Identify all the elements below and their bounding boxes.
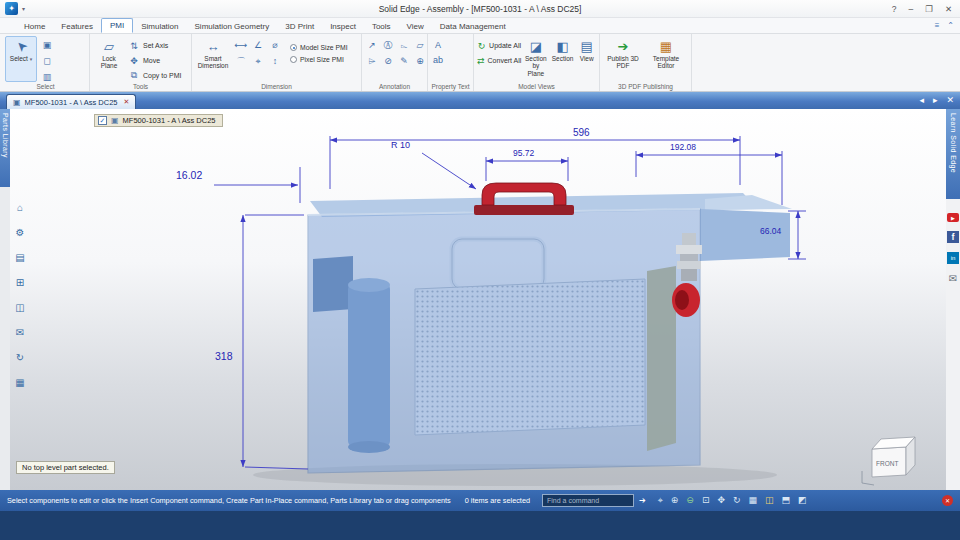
datum-icon[interactable]: ✎	[397, 55, 411, 68]
app-logo-icon[interactable]: ✦	[5, 2, 18, 15]
balloon-icon[interactable]: Ⓐ	[381, 39, 395, 52]
pathfinder-checkbox[interactable]: ✓	[98, 116, 107, 125]
view-button[interactable]: ▤ View	[577, 36, 596, 82]
edgebar-icon-3[interactable]: ▤	[12, 251, 28, 265]
find-go-icon[interactable]: ➔	[639, 496, 646, 505]
coordinate-dimension-icon[interactable]: ⌖	[251, 55, 265, 68]
pixel-size-pmi-radio[interactable]: Pixel Size PMI	[290, 56, 348, 63]
edgebar-icon-5[interactable]: ◫	[12, 301, 28, 315]
zoom-out-icon[interactable]: ⊖	[686, 495, 694, 506]
close-document-icon[interactable]: ✕	[946, 95, 954, 105]
select-visible-icon[interactable]: ◻	[40, 55, 54, 68]
copy-to-pmi-button[interactable]: ⧉ Copy to PMI	[128, 69, 182, 82]
section-by-plane-button[interactable]: ◪ Section by Plane	[524, 36, 548, 82]
distance-between-icon[interactable]: ⟷	[234, 39, 248, 52]
pixel-size-pmi-radio-circle[interactable]	[290, 56, 297, 63]
text-profile-icon[interactable]: ab	[431, 54, 445, 67]
collapse-ribbon-icon[interactable]: ⌃	[947, 21, 954, 30]
alerts-icon[interactable]: ✕	[942, 495, 953, 506]
dimension-right-height[interactable]: 66.04	[760, 226, 782, 236]
shaded-view-icon[interactable]: ▦	[749, 495, 758, 506]
tab-simulation-geometry[interactable]: Simulation Geometry	[187, 20, 278, 33]
quick-access-caret-icon[interactable]: ▾	[22, 5, 25, 12]
dimension-right-width[interactable]: 192.08	[670, 142, 696, 152]
previous-document-icon[interactable]: ◂	[919, 95, 924, 105]
update-all-button[interactable]: ↻ Update All	[477, 39, 521, 52]
publish-3d-pdf-button[interactable]: ➔ Publish 3D PDF	[603, 36, 643, 82]
tab-data-management[interactable]: Data Management	[432, 20, 514, 33]
dimension-radius[interactable]: R 10	[391, 140, 410, 150]
feature-control-frame-icon[interactable]: ⊘	[381, 55, 395, 68]
select-options-icon[interactable]: ▣	[40, 39, 54, 52]
minimize-button[interactable]: –	[909, 4, 914, 14]
window-split-icon[interactable]: ⬒	[782, 495, 791, 506]
linkedin-icon[interactable]: in	[947, 252, 959, 264]
color-options-icon[interactable]: ◩	[798, 495, 807, 506]
symmetric-diameter-icon[interactable]: ↕	[268, 55, 282, 68]
move-button[interactable]: ✥ Move	[128, 54, 182, 67]
arc-dimension-icon[interactable]: ⌒	[234, 55, 248, 68]
tab-simulation[interactable]: Simulation	[133, 20, 186, 33]
edgebar-icon-1[interactable]: ⌂	[12, 201, 28, 215]
document-tab-close-icon[interactable]: ✕	[124, 98, 130, 106]
next-document-icon[interactable]: ▸	[933, 95, 938, 105]
view-styles-icon[interactable]: ◫	[765, 495, 774, 506]
rotate-view-icon[interactable]: ↻	[733, 495, 741, 506]
document-tab[interactable]: ▣ MF500-1031 - A \ Ass DC25 ✕	[6, 94, 136, 109]
close-button[interactable]: ✕	[945, 4, 952, 14]
tab-tools[interactable]: Tools	[364, 20, 399, 33]
edgebar-icon-2[interactable]: ⚙	[12, 226, 28, 240]
zoom-area-icon[interactable]: ⊡	[702, 495, 710, 506]
dimension-height[interactable]: 318	[215, 350, 233, 362]
angle-between-icon[interactable]: ∠	[251, 39, 265, 52]
edgebar-icon-6[interactable]: ✉	[12, 326, 28, 340]
maximize-button[interactable]: ❐	[925, 4, 933, 14]
leader-icon[interactable]: ↗	[365, 39, 379, 52]
dimension-top-left[interactable]: 16.02	[176, 169, 202, 181]
lock-plane-button[interactable]: ▱ Lock Plane	[93, 36, 125, 82]
zoom-in-icon[interactable]: ⊕	[671, 495, 679, 506]
3d-model-canvas[interactable]: 596 R 10 95.72 192.08 16.02 66.04 318 FR…	[10, 109, 946, 490]
section-button[interactable]: ◧ Section	[551, 36, 575, 82]
tab-inspect[interactable]: Inspect	[322, 20, 364, 33]
tab-view[interactable]: View	[399, 20, 432, 33]
diameter-icon[interactable]: ⌀	[268, 39, 282, 52]
tab-home[interactable]: Home	[16, 20, 53, 33]
tab-features[interactable]: Features	[53, 20, 101, 33]
model-size-pmi-radio[interactable]: Model Size PMI	[290, 44, 348, 51]
facebook-icon[interactable]: f	[947, 231, 959, 243]
model-size-pmi-radio-circle[interactable]	[290, 44, 297, 51]
zoom-select-icon[interactable]: ⌖	[658, 495, 663, 506]
graphics-viewport[interactable]: 596 R 10 95.72 192.08 16.02 66.04 318 FR…	[10, 109, 946, 490]
weld-symbol-icon[interactable]: ▱	[413, 39, 427, 52]
edgebar-icon-8[interactable]: ▦	[12, 376, 28, 390]
set-axis-button[interactable]: ⇅ Set Axis	[128, 39, 182, 52]
edgebar-icon-7[interactable]: ↻	[12, 351, 28, 365]
tank-front-wall[interactable]	[308, 209, 700, 473]
parts-library-tab[interactable]: Parts Library	[0, 109, 10, 187]
template-editor-button[interactable]: ▦ Template Editor	[646, 36, 686, 82]
view-cube-front-label[interactable]: FRONT	[876, 460, 898, 467]
ribbon-display-options-icon[interactable]: ≡	[935, 21, 940, 30]
pan-icon[interactable]: ✥	[717, 495, 725, 506]
smart-dimension-button[interactable]: ↔ Smart Dimension	[195, 36, 231, 82]
email-icon[interactable]: ✉	[949, 273, 957, 284]
dimension-width[interactable]: 596	[573, 127, 590, 138]
tab-pmi[interactable]: PMI	[101, 18, 133, 33]
center-mark-icon[interactable]: ⊕	[413, 55, 427, 68]
select-button[interactable]: ➤ Select ▾	[5, 36, 37, 82]
dimension-handle-width[interactable]: 95.72	[513, 148, 535, 158]
property-text-icon[interactable]: A	[431, 39, 445, 52]
pathfinder-root-item[interactable]: ✓ ▣ MF500-1031 - A \ Ass DC25	[94, 114, 223, 127]
tab-3d-print[interactable]: 3D Print	[277, 20, 322, 33]
surface-finish-icon[interactable]: ⌳	[397, 39, 411, 52]
edge-condition-icon[interactable]: ⌲	[365, 55, 379, 68]
inlet-cap[interactable]	[672, 283, 700, 317]
youtube-icon[interactable]: ▶	[947, 213, 959, 222]
help-button[interactable]: ?	[892, 4, 897, 14]
learn-solid-edge-tab[interactable]: Learn Solid Edge	[946, 109, 960, 199]
edgebar-icon-4[interactable]: ⊞	[12, 276, 28, 290]
tank-assembly[interactable]	[308, 183, 792, 473]
convert-all-button[interactable]: ⇄ Convert All	[477, 54, 521, 67]
find-command-input[interactable]	[542, 494, 634, 507]
